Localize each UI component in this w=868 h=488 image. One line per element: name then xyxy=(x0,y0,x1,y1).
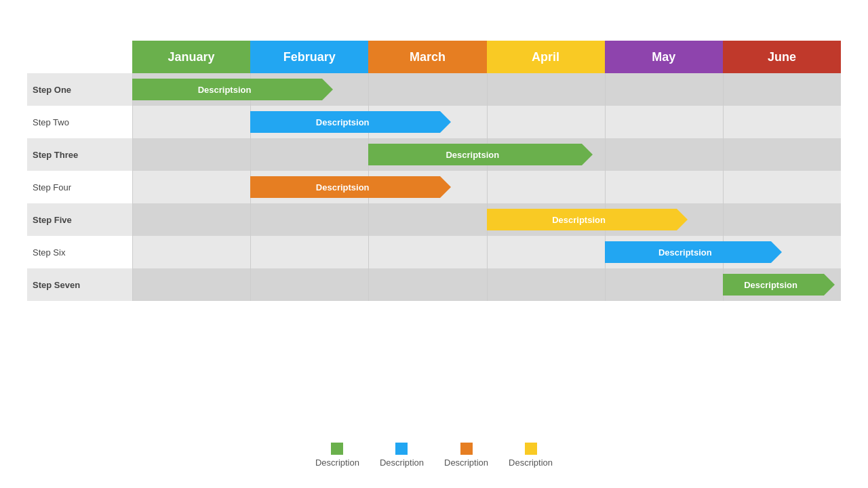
grid-cell-3-3 xyxy=(487,171,605,203)
grid-cell-6-3 xyxy=(487,268,605,301)
grid-cell-4-0 xyxy=(132,203,250,236)
month-header-march: March xyxy=(368,41,486,73)
grid-cell-6-0 xyxy=(132,268,250,301)
step-label-5: Step Six xyxy=(27,247,132,258)
legend-item-2: Description xyxy=(444,443,488,468)
grid-cell-6-2 xyxy=(368,268,486,301)
bar-1: Descriptsion xyxy=(250,111,451,133)
legend-item-1: Description xyxy=(380,443,424,468)
bar-body-5: Descriptsion xyxy=(605,241,771,263)
grid-cell-0-4 xyxy=(605,73,723,106)
legend-box-1 xyxy=(395,443,408,455)
bar-body-3: Descriptsion xyxy=(250,176,440,198)
grid-cell-1-4 xyxy=(605,106,723,138)
chart-container: JanuaryFebruaryMarchAprilMayJune Step On… xyxy=(27,41,841,434)
month-header-june: June xyxy=(723,41,841,73)
header-row: JanuaryFebruaryMarchAprilMayJune xyxy=(132,41,841,73)
grid-cell-2-1 xyxy=(250,138,368,171)
grid-cell-1-3 xyxy=(487,106,605,138)
bar-arrow-2 xyxy=(582,144,593,165)
grid-cell-2-0 xyxy=(132,138,250,171)
grid-cell-4-2 xyxy=(368,203,486,236)
month-header-april: April xyxy=(487,41,605,73)
grid-row-1: Step TwoDescriptsion xyxy=(27,106,841,138)
grid-cell-2-5 xyxy=(723,138,841,171)
grid-cell-6-1 xyxy=(250,268,368,301)
bar-arrow-6 xyxy=(824,274,835,296)
bar-arrow-5 xyxy=(771,241,782,263)
grid-cells-2: Descriptsion xyxy=(132,138,841,171)
grid-cell-4-1 xyxy=(250,203,368,236)
bar-body-1: Descriptsion xyxy=(250,111,440,133)
bar-2: Descriptsion xyxy=(368,144,593,165)
grid-cell-1-5 xyxy=(723,106,841,138)
legend-box-0 xyxy=(331,443,343,455)
bar-body-0: Descriptsion xyxy=(132,79,322,100)
legend: DescriptionDescriptionDescriptionDescrip… xyxy=(27,443,841,474)
grid: Step OneDescriptsionStep TwoDescriptsion… xyxy=(27,73,841,434)
grid-cell-2-4 xyxy=(605,138,723,171)
grid-cell-5-0 xyxy=(132,236,250,268)
legend-label-0: Description xyxy=(315,458,359,468)
step-label-4: Step Five xyxy=(27,215,132,225)
bar-body-2: Descriptsion xyxy=(368,144,582,165)
bar-body-6: Descriptsion xyxy=(723,274,824,296)
grid-cells-5: Descriptsion xyxy=(132,236,841,268)
grid-cell-3-0 xyxy=(132,171,250,203)
bar-5: Descriptsion xyxy=(605,241,782,263)
page: JanuaryFebruaryMarchAprilMayJune Step On… xyxy=(0,0,868,488)
bar-arrow-1 xyxy=(440,111,451,133)
grid-cells-0: Descriptsion xyxy=(132,73,841,106)
grid-cell-0-3 xyxy=(487,73,605,106)
step-label-3: Step Four xyxy=(27,182,132,192)
grid-row-3: Step FourDescriptsion xyxy=(27,171,841,203)
grid-cell-6-4 xyxy=(605,268,723,301)
grid-cell-1-0 xyxy=(132,106,250,138)
bar-arrow-3 xyxy=(440,176,451,198)
bar-arrow-4 xyxy=(677,209,688,230)
month-header-january: January xyxy=(132,41,250,73)
month-header-may: May xyxy=(605,41,723,73)
legend-item-0: Description xyxy=(315,443,359,468)
grid-cell-5-1 xyxy=(250,236,368,268)
legend-label-2: Description xyxy=(444,458,488,468)
bar-3: Descriptsion xyxy=(250,176,451,198)
bar-arrow-0 xyxy=(322,79,333,100)
grid-row-0: Step OneDescriptsion xyxy=(27,73,841,106)
grid-row-2: Step ThreeDescriptsion xyxy=(27,138,841,171)
legend-label-3: Description xyxy=(509,458,553,468)
legend-item-3: Description xyxy=(509,443,553,468)
step-label-6: Step Seven xyxy=(27,280,132,290)
bar-4: Descriptsion xyxy=(487,209,688,230)
grid-cell-5-3 xyxy=(487,236,605,268)
step-label-2: Step Three xyxy=(27,150,132,160)
step-label-1: Step Two xyxy=(27,117,132,127)
bar-6: Descriptsion xyxy=(723,274,835,296)
grid-row-6: Step SevenDescriptsion xyxy=(27,268,841,301)
grid-row-4: Step FiveDescriptsion xyxy=(27,203,841,236)
grid-cell-4-5 xyxy=(723,203,841,236)
legend-box-2 xyxy=(460,443,473,455)
legend-label-1: Description xyxy=(380,458,424,468)
grid-cell-5-2 xyxy=(368,236,486,268)
bar-0: Descriptsion xyxy=(132,79,333,100)
grid-cell-3-4 xyxy=(605,171,723,203)
grid-cells-3: Descriptsion xyxy=(132,171,841,203)
grid-cells-4: Descriptsion xyxy=(132,203,841,236)
bar-body-4: Descriptsion xyxy=(487,209,677,230)
grid-cells-1: Descriptsion xyxy=(132,106,841,138)
grid-cell-3-5 xyxy=(723,171,841,203)
grid-cell-0-2 xyxy=(368,73,486,106)
month-header-february: February xyxy=(250,41,368,73)
grid-row-5: Step SixDescriptsion xyxy=(27,236,841,268)
step-label-0: Step One xyxy=(27,85,132,95)
grid-cell-0-5 xyxy=(723,73,841,106)
legend-box-3 xyxy=(525,443,537,455)
grid-cells-6: Descriptsion xyxy=(132,268,841,301)
